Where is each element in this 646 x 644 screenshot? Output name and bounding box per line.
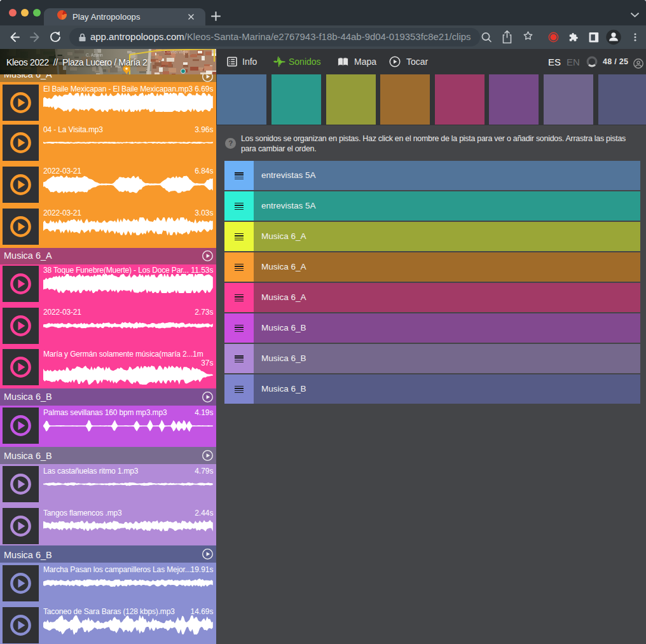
svg-text:Cuartel Viejo: Cuartel Viejo bbox=[164, 50, 188, 55]
svg-text:C. Azorín: C. Azorín bbox=[86, 53, 103, 57]
